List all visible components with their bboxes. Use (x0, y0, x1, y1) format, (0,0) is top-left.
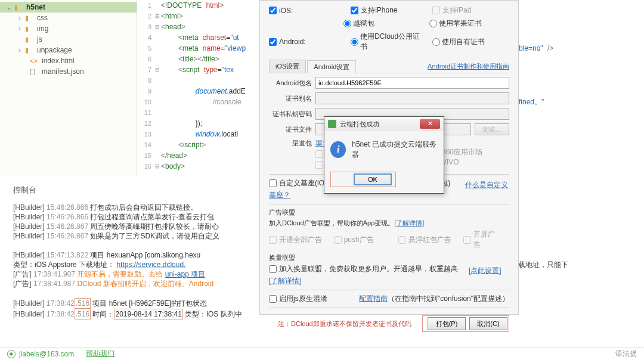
cert-guide-link[interactable]: Android证书制作和使用指南 (428, 62, 509, 73)
alert-titlebar[interactable]: 云端打包成功 ✕ (324, 117, 444, 131)
tab-ios[interactable]: iOS设置 (269, 60, 306, 73)
ios-checkbox[interactable] (269, 7, 277, 14)
ok-button[interactable]: OK (354, 173, 392, 185)
swap-set-link[interactable]: [点此设置] (469, 266, 501, 275)
folder-icon: ▮ (25, 36, 35, 44)
help-link[interactable]: 帮助我们 (86, 349, 114, 359)
user-email[interactable]: jiabeis@163.com (19, 350, 74, 358)
tree-folder-unpackage[interactable]: ›▮unpackage (0, 45, 137, 55)
tab-android[interactable]: Android设置 (307, 60, 356, 73)
download-link[interactable]: https://service.dcloud. (116, 260, 185, 269)
expand-icon: ⌄ (6, 3, 12, 11)
alert-message: h5net 已成功提交云端服务器 (352, 139, 438, 160)
close-icon[interactable]: ✕ (420, 119, 440, 129)
fold-gutter: ⊟⊟⊟⊟ (154, 0, 161, 172)
code-overflow: ble=no" />fined。" (519, 0, 553, 107)
folder-icon: ▮ (25, 14, 35, 22)
folder-icon: ▮ (25, 25, 35, 33)
swap-learn-link[interactable]: [了解详情] (269, 277, 302, 285)
platform-tabs: iOS设置 Android设置 Android证书制作和使用指南 (269, 60, 509, 73)
html-file-icon: <> (30, 57, 39, 64)
json-file-icon: [ ] (30, 68, 39, 75)
browse-button: 浏览... (475, 123, 509, 135)
confusion-guide-link[interactable]: 配置指南 (359, 294, 388, 303)
tree-file-index[interactable]: <>index.html (0, 55, 137, 66)
jailbreak-radio[interactable] (343, 20, 351, 27)
info-icon: i (330, 141, 346, 158)
line-gutter: 12345678910111213141516 (137, 0, 154, 172)
tree-file-manifest[interactable]: [ ]manifest.json (0, 66, 137, 77)
swap-checkbox[interactable] (269, 265, 277, 273)
success-alert: 云端打包成功 ✕ i h5net 已成功提交云端服务器 OK (324, 116, 444, 194)
code-editor[interactable]: 12345678910111213141516 ⊟⊟⊟⊟ <!DOCTYPE h… (137, 0, 259, 176)
android-checkbox[interactable] (269, 38, 277, 46)
tree-folder-css[interactable]: ›▮css (0, 13, 137, 23)
status-bar: ✱ jiabeis@163.com 帮助我们 语法提 (0, 347, 644, 360)
iphone-checkbox[interactable] (351, 7, 358, 14)
tree-label: h5net (26, 3, 45, 11)
tree-folder-img[interactable]: ›▮img (0, 23, 137, 34)
user-status-icon: ✱ (7, 350, 16, 358)
ads-learn-link[interactable]: [了解详情] (394, 219, 424, 226)
pack-button[interactable]: 打包(P) (428, 317, 466, 330)
app-icon (328, 120, 336, 128)
cancel-button[interactable]: 取消(C) (469, 317, 507, 330)
alert-title-text: 云端打包成功 (340, 120, 379, 129)
folder-icon: ▮ (14, 4, 24, 11)
package-name-input[interactable] (315, 77, 509, 89)
folder-icon: ▮ (25, 46, 35, 54)
tree-folder-js[interactable]: ▮js (0, 34, 137, 45)
ipad-checkbox (432, 7, 440, 14)
js-obfuscate-checkbox[interactable] (269, 295, 277, 303)
dcloud-note: 注：DCloud郑重承诺不保留开发者证书及代码 (278, 319, 411, 328)
code-content: <!DOCTYPE html> <html> <head> <meta char… (161, 0, 246, 172)
cert-alias-input (315, 92, 509, 104)
syntax-hint: 语法提 (615, 349, 637, 359)
applecert-radio[interactable] (429, 20, 437, 27)
file-tree: ⌄ ▮ h5net ›▮css ›▮img ▮js ›▮unpackage <>… (0, 0, 137, 176)
dcloud-cert-radio[interactable] (351, 38, 358, 46)
custom-base-checkbox[interactable] (269, 179, 277, 187)
tree-root-h5net[interactable]: ⌄ ▮ h5net (0, 2, 137, 13)
own-cert-radio[interactable] (432, 38, 440, 46)
